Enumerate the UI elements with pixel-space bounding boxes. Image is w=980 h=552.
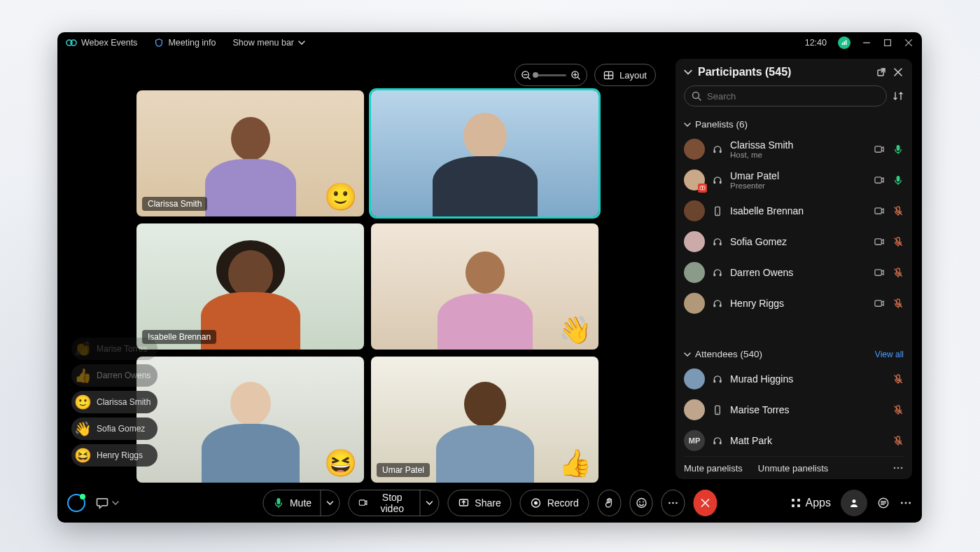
avatar [684, 139, 705, 160]
svg-point-32 [71, 40, 76, 46]
emoji-icon [636, 497, 647, 509]
participant-role: Host, me [730, 151, 793, 159]
reaction-item: 👏 Marise Torres [71, 338, 158, 360]
reaction-name: Sofia Gomez [97, 424, 145, 434]
participant-search[interactable] [684, 85, 887, 106]
more-options-button[interactable] [662, 490, 685, 516]
reaction-item: 👋 Sofia Gomez [71, 418, 158, 440]
app-name-label: Webex Events [81, 38, 137, 48]
app-brand[interactable]: Webex Events [66, 37, 137, 48]
layout-icon [603, 70, 614, 81]
zoom-slider[interactable] [536, 74, 566, 76]
participants-toggle-button[interactable] [841, 490, 867, 516]
zoom-control[interactable] [514, 64, 587, 86]
reaction-item: 🙂 Clarissa Smith [71, 391, 158, 413]
video-tile[interactable] [371, 90, 598, 216]
layout-button[interactable]: Layout [594, 64, 656, 86]
clock-label: 12:40 [805, 38, 827, 48]
bars-icon [841, 39, 848, 46]
participant-row[interactable]: Isabelle Brennan [684, 195, 904, 226]
headset-icon [712, 374, 723, 385]
video-dropdown[interactable] [419, 490, 433, 516]
mic-status-icon [893, 268, 904, 278]
dots-icon [668, 497, 679, 509]
panel-footer: Mute panelists Unmute panelists [684, 456, 904, 474]
record-button[interactable]: Record [520, 490, 589, 516]
chevron-down-icon [112, 501, 119, 505]
zoom-out-icon [521, 70, 531, 81]
window-maximize-button[interactable] [883, 38, 892, 48]
panel-more-button[interactable] [892, 462, 904, 474]
participant-row[interactable]: Clarissa Smith Host, me [684, 134, 904, 165]
stop-video-label: Stop video [373, 492, 411, 514]
video-tile[interactable]: 👋 [371, 223, 598, 350]
participant-row[interactable]: Marise Torres [684, 394, 904, 425]
maximize-icon [883, 38, 892, 48]
chevron-down-icon [298, 41, 305, 45]
chat-panel-button[interactable] [877, 497, 890, 509]
participant-row[interactable]: Murad Higgins [684, 364, 904, 394]
show-menu-bar-button[interactable]: Show menu bar [232, 38, 305, 48]
video-tile[interactable]: Clarissa Smith 🙂 [136, 90, 364, 216]
mute-dropdown[interactable] [320, 490, 333, 516]
apps-button[interactable]: Apps [790, 497, 831, 509]
participants-title: Participants (545) [698, 66, 791, 78]
mic-status-icon [893, 237, 904, 247]
mute-button[interactable]: Mute [262, 490, 340, 516]
participant-name: Isabelle Brennan [730, 205, 804, 216]
reaction-emoji-icon: 😆 [74, 447, 91, 464]
apps-grid-icon [790, 497, 802, 509]
participant-row[interactable]: Darren Owens [684, 257, 904, 288]
mute-panelists-button[interactable]: Mute panelists [684, 463, 743, 474]
participant-row[interactable]: MP Matt Park [684, 425, 904, 456]
participant-name: Sofia Gomez [730, 236, 787, 247]
chevron-down-icon[interactable] [684, 69, 692, 75]
assistant-ring-button[interactable] [67, 494, 85, 512]
participant-row[interactable]: Henry Riggs [684, 288, 904, 319]
share-label: Share [475, 497, 500, 509]
share-button[interactable]: Share [447, 490, 511, 516]
app-window: Webex Events Meeting info Show menu bar … [57, 32, 922, 523]
tile-reaction-emoji: 😆 [324, 448, 357, 478]
reaction-emoji-icon: 👍 [74, 367, 91, 384]
popout-icon[interactable] [876, 67, 887, 78]
video-tile[interactable]: Isabelle Brennan [136, 223, 364, 350]
headset-icon [712, 268, 723, 278]
reaction-name: Clarissa Smith [97, 397, 150, 407]
video-tile[interactable]: Umar Patel 👍 [371, 357, 598, 483]
network-stats-button[interactable] [838, 36, 850, 49]
show-menu-label: Show menu bar [232, 38, 294, 48]
camera-status-icon [874, 237, 885, 247]
panelists-section-header[interactable]: Panelists (6) [684, 119, 904, 130]
reaction-name: Marise Torres [97, 344, 147, 354]
video-tile[interactable]: 😆 [136, 357, 364, 483]
chevron-down-icon [684, 123, 691, 127]
apps-label: Apps [806, 497, 831, 509]
meeting-info-button[interactable]: Meeting info [154, 38, 216, 48]
host-badge-icon [698, 184, 707, 193]
participant-name: Clarissa Smith [730, 139, 793, 151]
more-panels-button[interactable] [899, 497, 912, 509]
search-input[interactable] [707, 91, 879, 102]
mute-label: Mute [290, 497, 312, 509]
unmute-panelists-button[interactable]: Unmute panelists [758, 463, 828, 474]
participant-name: Darren Owens [730, 267, 793, 278]
participant-row[interactable]: Umar Patel Presenter [684, 165, 904, 195]
share-icon [458, 497, 469, 509]
window-minimize-button[interactable] [862, 38, 872, 48]
reaction-emoji-icon: 👏 [74, 340, 91, 357]
stop-video-button[interactable]: Stop video [348, 490, 439, 516]
tile-name-chip: Umar Patel [377, 463, 430, 477]
participant-row[interactable]: Sofia Gomez [684, 226, 904, 257]
captions-button[interactable] [95, 496, 119, 510]
attendees-section-header[interactable]: Attendees (540) View all [684, 349, 904, 359]
view-all-link[interactable]: View all [875, 350, 904, 359]
end-call-button[interactable] [694, 490, 718, 516]
raise-hand-button[interactable] [598, 490, 622, 516]
headset-icon [712, 436, 723, 446]
window-close-button[interactable] [904, 38, 913, 48]
reactions-button[interactable] [629, 490, 653, 516]
close-panel-button[interactable] [892, 67, 904, 78]
headset-icon [712, 144, 723, 155]
sort-button[interactable] [892, 90, 904, 102]
